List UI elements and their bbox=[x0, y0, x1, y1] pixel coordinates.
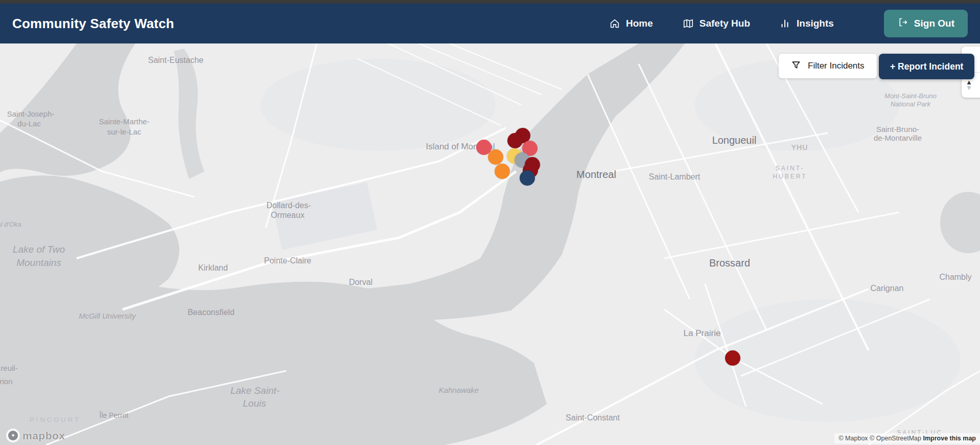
map-canvas[interactable]: Saint-EustacheSaint-Joseph-du-LacSainte-… bbox=[0, 43, 980, 445]
map-label: al d'Oka bbox=[0, 220, 21, 228]
mapbox-logo-icon: ✦ bbox=[6, 429, 20, 442]
nav-item-insights[interactable]: Insights bbox=[780, 18, 834, 29]
map-icon bbox=[683, 18, 694, 29]
map-label: Saint-Joseph- bbox=[7, 109, 55, 118]
map-label: sur-le-Lac bbox=[107, 127, 142, 136]
home-icon bbox=[609, 18, 620, 29]
mapbox-logo[interactable]: ✦ mapbox bbox=[6, 429, 65, 442]
map-label: Carignan bbox=[871, 284, 904, 293]
map-label: Île Perrot bbox=[100, 411, 129, 419]
map-label: Chambly bbox=[939, 273, 971, 282]
nav-label: Home bbox=[626, 18, 653, 29]
map-label: Longueuil bbox=[712, 135, 757, 146]
report-incident-button[interactable]: + Report Incident bbox=[879, 54, 974, 79]
top-strip bbox=[0, 0, 980, 4]
bar-chart-icon bbox=[780, 18, 791, 29]
map-label: Kahnawake bbox=[439, 386, 479, 394]
map-attribution: © Mapbox © OpenStreetMap Improve this ma… bbox=[834, 433, 980, 443]
map-label: de-Montarville bbox=[874, 134, 922, 142]
map-label: Saint-Constant bbox=[566, 413, 620, 422]
map-label: PINCOURT bbox=[30, 416, 81, 424]
app-title: Community Safety Watch bbox=[12, 16, 174, 32]
incident-marker[interactable] bbox=[495, 164, 510, 179]
app-header: Community Safety Watch Home Safety Hub I… bbox=[0, 4, 980, 43]
funnel-icon bbox=[791, 60, 801, 73]
map-label: Kirkland bbox=[198, 263, 228, 273]
map-label: Saint-Eustache bbox=[148, 56, 204, 65]
attribution-mapbox-link[interactable]: © Mapbox bbox=[838, 435, 868, 442]
map-label: SAINT- bbox=[776, 165, 805, 172]
map-label: Dorval bbox=[349, 278, 372, 287]
compass-icon: ▲ ▼ bbox=[966, 79, 972, 91]
map-label: Dollard-des- bbox=[266, 201, 311, 210]
nav-item-home[interactable]: Home bbox=[609, 18, 653, 29]
map-label: Pointe-Claire bbox=[264, 256, 311, 265]
map-label: Saint-Lambert bbox=[649, 172, 701, 182]
map-label: Mont-Saint-Bruno bbox=[884, 92, 937, 100]
map-label: Lake Saint- bbox=[230, 385, 279, 396]
map-label: Montreal bbox=[576, 169, 616, 181]
main-nav: Home Safety Hub Insights Sign Out bbox=[609, 10, 968, 37]
filter-label: Filter Incidents bbox=[808, 61, 865, 71]
map-label: McGill University bbox=[79, 312, 136, 320]
map-label: reuil- bbox=[1, 364, 17, 372]
nav-item-safety-hub[interactable]: Safety Hub bbox=[683, 18, 750, 29]
nav-label: Insights bbox=[797, 18, 834, 29]
sign-out-label: Sign Out bbox=[914, 18, 954, 29]
map-label: Louis bbox=[243, 398, 266, 409]
report-label: + Report Incident bbox=[890, 61, 963, 72]
map-label: Brossard bbox=[709, 257, 750, 269]
sign-out-button[interactable]: Sign Out bbox=[884, 10, 968, 37]
attribution-osm-link[interactable]: © OpenStreetMap bbox=[870, 435, 921, 442]
filter-incidents-button[interactable]: Filter Incidents bbox=[779, 54, 877, 78]
improve-map-link[interactable]: Improve this map bbox=[923, 435, 976, 442]
map-label: du-Lac bbox=[17, 119, 41, 128]
map-label: Ormeaux bbox=[271, 211, 305, 220]
map-label: Saint-Bruno- bbox=[876, 125, 919, 134]
map-label: YHU bbox=[791, 143, 808, 151]
incident-marker[interactable] bbox=[520, 170, 535, 186]
map-label: rion bbox=[0, 377, 13, 386]
map-label: HUBERT bbox=[773, 173, 807, 180]
map-label: Mountains bbox=[16, 257, 61, 269]
map-label: Lake of Two bbox=[13, 244, 65, 255]
incident-marker[interactable] bbox=[507, 133, 523, 148]
nav-label: Safety Hub bbox=[699, 18, 750, 29]
map-label: Beaconsfield bbox=[188, 308, 235, 317]
sign-out-icon bbox=[897, 17, 908, 30]
map-base-art bbox=[0, 43, 980, 445]
map-label: La Prairie bbox=[684, 328, 721, 339]
map-label: National Park bbox=[891, 100, 930, 108]
incident-marker[interactable] bbox=[488, 149, 503, 165]
mapbox-wordmark: mapbox bbox=[22, 430, 65, 442]
incident-marker[interactable] bbox=[725, 350, 740, 366]
map-label: Sainte-Marthe- bbox=[99, 117, 149, 126]
